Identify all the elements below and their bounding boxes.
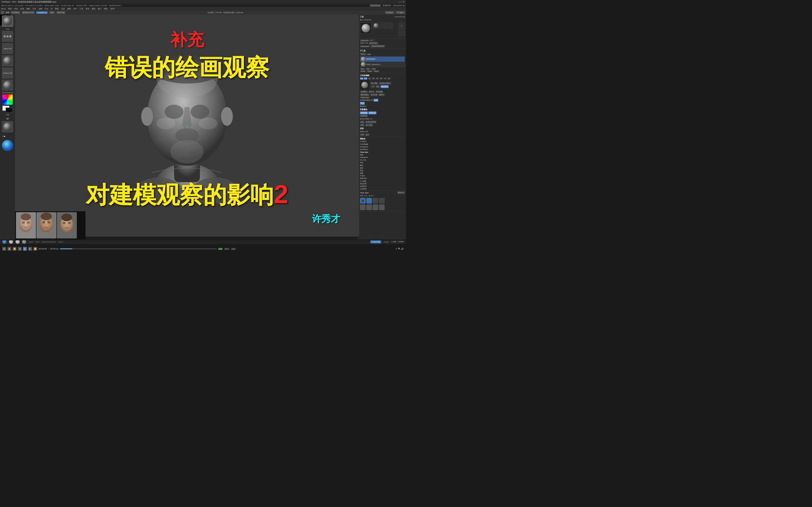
swap-colors-icon[interactable]: ⇄ <box>6 117 9 120</box>
geo-item-array[interactable]: ArrayMesh <box>360 146 405 148</box>
zremesher-btn[interactable]: ZRemesher <box>360 45 370 47</box>
menu-item-color[interactable]: 色彩 <box>14 7 18 10</box>
v5-btn[interactable]: V5 <box>375 77 379 79</box>
polygroup-btn[interactable]: PolyGroup↑ <box>360 97 370 99</box>
clay-brush[interactable] <box>2 15 13 27</box>
subdivide-max-btn[interactable]: 目前多边形数 5 <box>379 82 392 85</box>
menu-item-help[interactable]: 帮助 <box>104 7 108 10</box>
geo-item-stitch[interactable]: 缝合纹理 <box>360 182 405 185</box>
cancel-all-btn[interactable]: 取消全部新增 <box>365 121 376 123</box>
insert-more-btn[interactable]: 插入更多 <box>365 124 373 126</box>
dots-brush[interactable] <box>2 31 13 42</box>
menu-item-draw[interactable]: 绘画 <box>20 7 24 10</box>
split-hidden-btn[interactable]: 拆分隐藏 <box>375 91 383 93</box>
material-sphere-blue[interactable] <box>2 140 13 151</box>
thick-icon-2[interactable] <box>366 198 372 204</box>
subdivide-btn[interactable]: 细分网格 <box>370 82 378 85</box>
next-button[interactable]: ▶ <box>28 247 32 251</box>
menu-item-tool[interactable]: 工具 <box>80 7 83 10</box>
tool-option-3[interactable] <box>387 22 393 29</box>
thick-icon-7[interactable] <box>373 205 378 210</box>
menu-item-view[interactable]: 视图 <box>92 7 95 10</box>
preserve-btn[interactable]: 保持折迭过 <box>369 42 378 45</box>
double-btn[interactable]: 双倍 <box>375 85 380 88</box>
go2-btn[interactable]: Go2 <box>367 53 371 55</box>
flip-y-btn[interactable]: FlipY <box>366 68 371 70</box>
save-as-btn[interactable]: 另存为 <box>360 53 366 56</box>
menu-item-edit[interactable]: 编辑 <box>26 7 30 10</box>
auto-split-btn[interactable]: 自动分割 <box>370 94 378 96</box>
play-button[interactable]: ⏮ <box>2 247 6 251</box>
simple-brush-icon[interactable] <box>398 30 405 37</box>
alpha-sphere[interactable] <box>2 55 13 66</box>
dynamesh-btn[interactable]: Dynamesh <box>360 40 369 42</box>
alpha-off-item[interactable]: Alpha Off <box>2 43 13 54</box>
rebuild-btn[interactable]: 重制组压 <box>397 191 405 194</box>
face-thumb-2[interactable] <box>37 212 56 238</box>
symmetry-btn[interactable]: 对称 <box>49 11 55 14</box>
weld-y-btn[interactable]: WeldY <box>367 70 373 72</box>
face-thumb-1[interactable] <box>16 212 36 238</box>
weld-x-btn[interactable]: WeldX <box>360 70 366 72</box>
geo-item-fiber[interactable]: 面面 <box>360 154 405 156</box>
stop-button[interactable]: ⏹ <box>7 247 11 251</box>
quicksave-btn[interactable]: QuickSave <box>370 4 381 7</box>
subtool-item-2[interactable]: PM3D_Sphere3D_2 <box>360 62 405 67</box>
input-btn[interactable]: 输入 <box>365 133 370 136</box>
split-pts-btn[interactable]: 拆分点 <box>368 91 375 93</box>
v8-btn[interactable]: V8 <box>387 77 391 79</box>
bpr-icon[interactable]: ▶ <box>4 135 5 137</box>
thick-icon-8[interactable] <box>379 205 385 210</box>
face-thumb-3[interactable] <box>57 212 77 238</box>
geo-item-morph[interactable]: 变形 <box>360 161 405 164</box>
geo-item-flip[interactable]: 翻转 <box>360 164 405 167</box>
half-btn[interactable]: 一半 <box>370 85 375 88</box>
texture-off-item[interactable]: Texture Off <box>2 67 13 78</box>
full-points-btn[interactable]: 全部重合 <box>360 91 368 93</box>
viewport[interactable]: 补充 错误的绘画观察 对建模观察的影响2 许秀才 <box>15 14 359 239</box>
prev-frame-button[interactable]: ⏪ <box>13 247 16 251</box>
v4-btn[interactable]: V4 <box>372 77 375 79</box>
menu-item-light[interactable]: 灯光 <box>45 7 48 10</box>
texture-sphere[interactable] <box>2 79 13 91</box>
delete-hole-btn[interactable]: 删除孔 <box>378 94 385 96</box>
geo-item-mirror[interactable]: 镜像 <box>360 172 405 174</box>
menu-item-brush[interactable]: 笔刷 <box>8 7 12 10</box>
color-wheel[interactable] <box>2 94 13 105</box>
cancel-add-btn[interactable]: 取消合并 <box>368 111 376 114</box>
add-btn[interactable]: 添加 <box>360 133 365 136</box>
menu-item-file2[interactable]: 文件 <box>73 7 77 10</box>
motion-blur-btn[interactable]: 动态磁力 <box>385 11 394 14</box>
lazy-mouse-btn[interactable]: LazyMouse <box>36 11 48 14</box>
camera-icon[interactable]: ⚙ <box>2 135 4 137</box>
thick-icon-1[interactable]: ⬛ <box>360 198 366 204</box>
thick-icon-4[interactable] <box>379 198 385 204</box>
material-sphere-1[interactable] <box>2 121 13 132</box>
move-layer-btn[interactable]: 移动到层 <box>360 115 368 117</box>
menu-item-mesh[interactable]: 网格 <box>55 7 59 10</box>
test-alpha-btn[interactable]: 测试平面 <box>56 11 65 14</box>
zbrush-icon[interactable]: Z <box>398 22 405 30</box>
timeline[interactable] <box>60 248 217 249</box>
geo-item-multi[interactable]: 多细分级 <box>360 177 405 180</box>
geo-item-hd[interactable]: HD 几何 <box>360 159 405 161</box>
geo-item-thick[interactable]: Thick Skin <box>360 151 405 154</box>
geo-item-register[interactable]: 注射贴图 <box>360 187 405 190</box>
flip-z-btn[interactable]: FlipZ <box>371 68 376 70</box>
double-sided-btn[interactable]: 双面笔画 <box>11 11 20 14</box>
v2-btn[interactable]: V2 <box>364 77 367 79</box>
language-badge[interactable]: 中文(汉语) <box>370 240 381 243</box>
borders-btn[interactable]: 边框 <box>373 99 378 102</box>
menu-item-filter[interactable]: 滤镜 <box>39 7 42 10</box>
pose-tools-btn[interactable]: 使用姿态对照 <box>21 11 35 14</box>
geo-item-change[interactable]: 更改 <box>360 169 405 172</box>
v3-btn[interactable]: V3 <box>368 77 371 79</box>
thick-icon-5[interactable] <box>360 205 366 210</box>
v1-btn[interactable]: V1 <box>360 77 363 79</box>
geo-item-fibermesh[interactable]: FiberMesh <box>360 156 405 159</box>
thick-icon-3[interactable] <box>373 198 378 204</box>
tool-option-1[interactable] <box>373 22 379 29</box>
background-color[interactable] <box>6 108 13 113</box>
morph-smooth-btn[interactable]: 平均磁力 <box>396 11 405 14</box>
weld-z-btn[interactable]: WeldZ <box>373 70 379 72</box>
